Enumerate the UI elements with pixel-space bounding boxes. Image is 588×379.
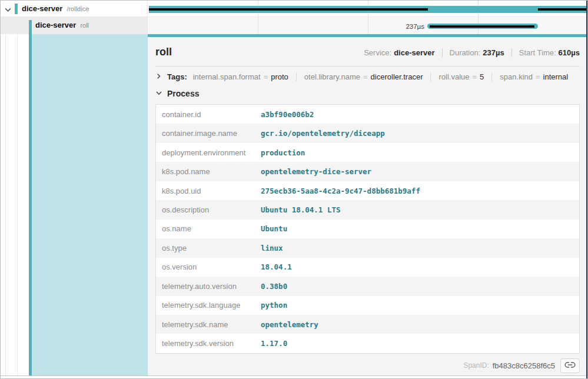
process-value: opentelemetry: [261, 320, 318, 329]
span-detail-panel: roll Service:dice-server Duration:237µs …: [148, 34, 587, 375]
process-value: Ubuntu: [261, 224, 287, 233]
table-row: k8s.pod.name opentelemetry-dice-server: [156, 162, 579, 181]
span-title: roll: [155, 45, 172, 58]
self-time-stripe: [430, 25, 534, 28]
process-value: production: [261, 148, 305, 157]
tag-value: proto: [271, 72, 288, 81]
operation-label: roll: [80, 22, 89, 29]
bottom-divider: [1, 375, 587, 376]
process-value: a3bf90e006b2: [261, 110, 314, 119]
process-key: telemetry.auto.version: [156, 282, 261, 291]
self-time-stripe: [538, 8, 587, 11]
tags-accordion-toggle[interactable]: Tags: internal.span.format=proto otel.li…: [155, 67, 580, 87]
chevron-right-icon: [155, 72, 162, 81]
indent-guide: [17, 34, 18, 375]
span-meta: Service:dice-server Duration:237µs Start…: [357, 48, 580, 57]
tag-equals: =: [363, 72, 368, 81]
span-service-name: dice-serverroll: [35, 21, 89, 29]
process-key: telemetry.sdk.language: [156, 301, 261, 310]
grid-line: [258, 17, 258, 34]
tag-item: internal.span.format=proto: [193, 72, 288, 81]
table-row: telemetry.auto.version 0.38b0: [156, 277, 579, 295]
table-row: k8s.pod.uid 275ecb36-5aa8-4c2a-9c47-d8bb…: [156, 181, 579, 200]
span-row-roll: dice-serverroll 237µs: [1, 17, 587, 34]
table-row: os.name Ubuntu: [156, 220, 579, 238]
span-row-rolldice: dice-server/rolldice: [1, 1, 587, 17]
span-tree-gutter: [1, 34, 148, 375]
table-row: os.description Ubuntu 18.04.1 LTS: [156, 200, 579, 219]
span-bar-rolldice[interactable]: [149, 6, 587, 13]
span-service-name: dice-server/rolldice: [22, 4, 89, 13]
link-icon: [564, 360, 576, 371]
indent-guide: [5, 34, 6, 375]
tag-value: diceroller.tracer: [371, 72, 423, 81]
spanid-label: SpanID:: [463, 361, 489, 370]
meta-value: 610µs: [559, 48, 580, 57]
meta-label: Start Time:: [519, 48, 556, 57]
table-row: deployment.environment production: [156, 143, 579, 162]
process-value: 275ecb36-5aa8-4c2a-9c47-d8bb681b9aff: [261, 187, 420, 195]
span-bar-roll[interactable]: [427, 24, 538, 29]
process-key: deployment.environment: [156, 148, 261, 157]
process-value: Ubuntu 18.04.1 LTS: [261, 205, 340, 214]
meta-label: Service:: [364, 48, 391, 57]
span-tree-item-rolldice[interactable]: dice-server/rolldice: [1, 1, 148, 16]
process-value: 0.38b0: [261, 282, 287, 291]
tag-key: internal.span.format: [193, 72, 261, 81]
tag-equals: =: [536, 72, 540, 81]
self-time-stripe: [149, 8, 428, 11]
process-value: 18.04.1: [261, 262, 292, 271]
process-key: k8s.pod.name: [156, 167, 261, 176]
tag-key: roll.value: [438, 72, 469, 81]
table-row: os.version 18.04.1: [156, 258, 579, 277]
meta-start-time: Start Time:610µs: [511, 48, 580, 57]
process-value: linux: [261, 244, 283, 252]
table-row: os.type linux: [156, 238, 579, 257]
meta-duration: Duration:237µs: [442, 48, 511, 57]
chevron-down-icon[interactable]: [4, 5, 12, 16]
timeline-row-rolldice: [148, 1, 587, 16]
span-color-chip: [15, 4, 18, 14]
table-row: telemetry.sdk.language python: [156, 296, 579, 315]
chevron-down-icon: [155, 88, 162, 99]
table-row: telemetry.sdk.name opentelemetry: [156, 315, 579, 334]
span-color-chip: [29, 20, 32, 34]
copy-link-button[interactable]: [560, 358, 580, 373]
tag-value: 5: [480, 72, 484, 81]
process-key: telemetry.sdk.version: [156, 339, 261, 348]
process-label: Process: [167, 89, 199, 98]
spanid-value: fb483c8c6258f6c5: [493, 361, 555, 370]
tag-item: otel.library.name=diceroller.tracer: [296, 72, 423, 81]
process-key: k8s.pod.uid: [156, 187, 261, 195]
process-key: container.image.name: [156, 129, 261, 138]
meta-service: Service:dice-server: [357, 48, 441, 57]
selected-span-indent-fill: [32, 34, 148, 375]
meta-value: dice-server: [394, 48, 434, 57]
table-row: telemetry.sdk.version 1.17.0: [156, 334, 579, 353]
process-accordion-toggle[interactable]: Process: [155, 87, 580, 104]
process-value: opentelemetry-dice-server: [261, 167, 371, 176]
process-key: container.id: [156, 110, 261, 119]
tag-key: otel.library.name: [304, 72, 360, 81]
table-row: container.image.name gcr.io/opentelemetr…: [156, 124, 579, 142]
process-key: os.type: [156, 244, 261, 252]
tag-equals: =: [264, 72, 268, 81]
window-right-edge: [586, 1, 587, 378]
timeline-row-roll: 237µs: [148, 17, 587, 34]
tag-value: internal: [543, 72, 569, 81]
span-tree-item-roll[interactable]: dice-serverroll: [1, 17, 148, 34]
process-key: os.name: [156, 224, 261, 233]
tag-equals: =: [473, 72, 477, 81]
service-label: dice-server: [35, 21, 76, 29]
service-label: dice-server: [22, 4, 62, 13]
table-row: container.id a3bf90e006b2: [156, 105, 579, 124]
process-key: os.version: [156, 262, 261, 271]
tags-label: Tags:: [167, 72, 187, 81]
process-key: os.description: [156, 205, 261, 214]
tag-item: roll.value=5: [430, 72, 484, 81]
span-detail-footer: SpanID: fb483c8c6258f6c5: [155, 354, 580, 378]
process-value: python: [261, 301, 287, 310]
process-value: 1.17.0: [261, 339, 287, 348]
span-duration-label: 237µs: [354, 22, 424, 31]
process-kv-table: container.id a3bf90e006b2 container.imag…: [155, 104, 580, 354]
